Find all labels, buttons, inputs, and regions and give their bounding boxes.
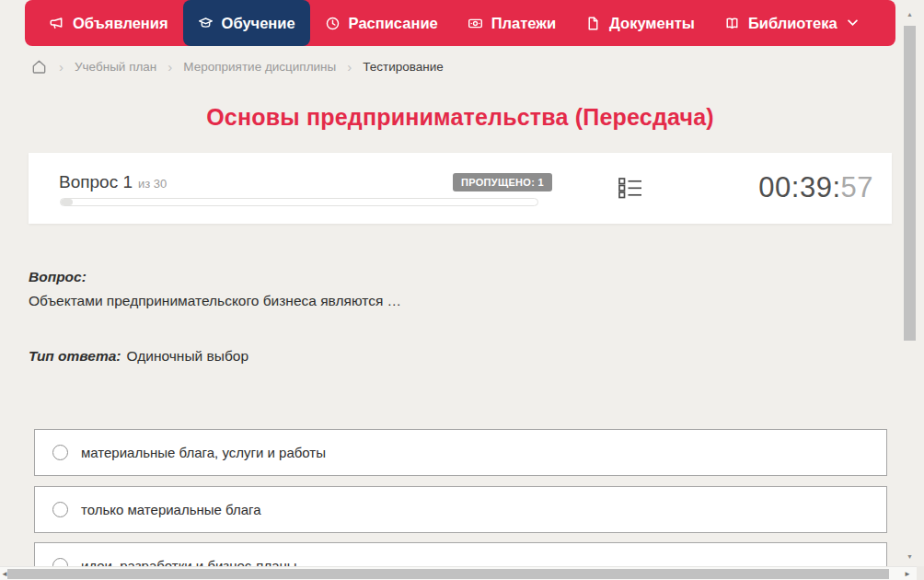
page-title: Основы предпринимательства (Пересдача) xyxy=(25,104,895,131)
breadcrumb: › Учебный план › Мероприятие дисциплины … xyxy=(30,57,444,75)
question-card: Вопрос 1из 30 ПРОПУЩЕНО: 1 00:39:57 xyxy=(29,153,892,224)
nav-tab-label: Платежи xyxy=(491,15,556,32)
breadcrumb-separator-icon: › xyxy=(167,60,172,74)
breadcrumb-item-testing: Тестирование xyxy=(363,60,444,74)
nav-tab-label: Расписание xyxy=(349,15,438,32)
nav-tab-label: Обучение xyxy=(222,15,295,32)
scroll-right-arrow-icon[interactable]: ► xyxy=(904,570,911,579)
vertical-scrollbar[interactable]: ▲ ▼ xyxy=(903,0,917,566)
chevron-down-icon xyxy=(846,19,858,27)
skipped-badge: ПРОПУЩЕНО: 1 xyxy=(453,173,552,191)
book-icon xyxy=(724,16,740,31)
nav-tab-library[interactable]: Библиотека xyxy=(710,0,872,46)
scrollbar-corner xyxy=(917,566,924,580)
nav-tab-label: Объявления xyxy=(73,15,168,32)
nav-tab-announcements[interactable]: Объявления xyxy=(34,0,183,46)
vertical-scrollbar-thumb[interactable] xyxy=(904,26,916,341)
breadcrumb-item-curriculum[interactable]: Учебный план xyxy=(75,60,156,74)
nav-tab-schedule[interactable]: Расписание xyxy=(310,0,453,46)
horizontal-scrollbar-thumb[interactable] xyxy=(7,569,889,579)
answer-option[interactable]: только материальные блага xyxy=(34,486,887,533)
answer-type-value: Одиночный выбор xyxy=(127,348,249,364)
home-icon[interactable] xyxy=(30,58,48,75)
question-list-icon[interactable] xyxy=(618,175,645,203)
banknote-icon xyxy=(468,16,483,31)
progress-bar xyxy=(60,198,538,206)
answer-type-label: Тип ответа: xyxy=(29,348,121,364)
graduation-cap-icon xyxy=(198,16,214,31)
breadcrumb-item-discipline-event[interactable]: Мероприятие дисциплины xyxy=(183,60,336,74)
clock-icon xyxy=(325,16,341,31)
horizontal-scrollbar[interactable]: ◄ ► xyxy=(0,566,924,580)
timer-hours-minutes: 00:39: xyxy=(758,171,840,203)
timer: 00:39:57 xyxy=(758,171,873,204)
question-number: Вопрос 1из 30 xyxy=(59,172,167,192)
question-total: из 30 xyxy=(138,177,167,191)
nav-tab-payments[interactable]: Платежи xyxy=(453,0,571,46)
option-label: только материальные блага xyxy=(81,502,261,517)
scroll-up-arrow-icon[interactable]: ▲ xyxy=(903,10,917,19)
breadcrumb-separator-icon: › xyxy=(59,60,64,74)
option-label: материальные блага, услуги и работы xyxy=(81,445,326,460)
answer-option[interactable]: материальные блага, услуги и работы xyxy=(34,429,887,476)
document-icon xyxy=(585,16,601,31)
answer-type-row: Тип ответа:Одиночный выбор xyxy=(29,348,248,365)
megaphone-icon xyxy=(49,16,64,31)
question-label: Вопрос: xyxy=(29,269,87,285)
nav-tab-label: Документы xyxy=(609,15,695,32)
nav-tab-learning[interactable]: Обучение xyxy=(183,0,310,46)
question-text: Объектами предпринимательского бизнеса я… xyxy=(29,293,401,309)
nav-tab-label: Библиотека xyxy=(748,15,837,32)
radio-button[interactable] xyxy=(52,445,68,460)
breadcrumb-separator-icon: › xyxy=(347,60,352,74)
scroll-down-arrow-icon[interactable]: ▼ xyxy=(903,552,917,562)
radio-button[interactable] xyxy=(52,502,68,517)
progress-fill xyxy=(61,199,73,205)
timer-seconds: 57 xyxy=(841,171,873,203)
nav-tab-documents[interactable]: Документы xyxy=(571,0,710,46)
main-navigation: Объявления Обучение Расписание Плат xyxy=(25,0,895,46)
